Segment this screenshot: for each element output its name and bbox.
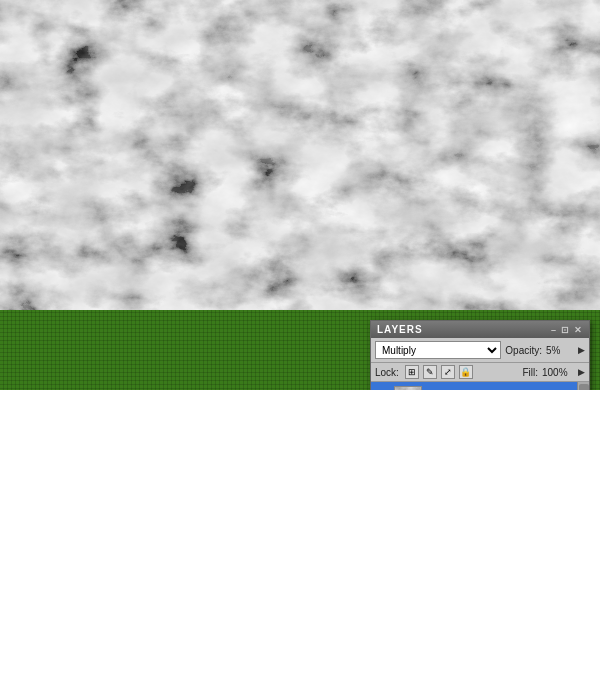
- blend-row: Multiply Normal Screen Overlay Opacity: …: [371, 338, 589, 363]
- opacity-label: Opacity:: [505, 345, 542, 356]
- lock-position-button[interactable]: ✎: [423, 365, 437, 379]
- layers-titlebar: LAYERS – ⊡ ✕: [371, 321, 589, 338]
- opacity-arrow[interactable]: ▶: [578, 345, 585, 355]
- lock-pixels-button[interactable]: ⊞: [405, 365, 419, 379]
- lock-label: Lock:: [375, 367, 399, 378]
- lock-move-button[interactable]: ⤢: [441, 365, 455, 379]
- layer-row-clouds[interactable]: 👁 Clouds: [371, 382, 589, 390]
- layers-list: 👁 Clouds 👁: [371, 382, 589, 390]
- svg-rect-2: [395, 387, 422, 391]
- layers-panel: LAYERS – ⊡ ✕ Multiply Normal Screen Over…: [370, 320, 590, 390]
- close-button[interactable]: ✕: [574, 325, 583, 335]
- minimize-button[interactable]: –: [551, 325, 557, 335]
- canvas-area: LAYERS – ⊡ ✕ Multiply Normal Screen Over…: [0, 0, 600, 390]
- opacity-value[interactable]: 5%: [546, 345, 574, 356]
- maximize-button[interactable]: ⊡: [561, 325, 570, 335]
- clouds-canvas: [0, 0, 600, 310]
- scroll-bar[interactable]: [577, 382, 589, 390]
- layers-title: LAYERS: [377, 324, 423, 335]
- blend-mode-select[interactable]: Multiply Normal Screen Overlay: [375, 341, 501, 359]
- titlebar-controls[interactable]: – ⊡ ✕: [551, 325, 583, 335]
- scroll-thumb[interactable]: [579, 384, 589, 390]
- fill-value[interactable]: 100%: [542, 367, 574, 378]
- fill-label: Fill:: [522, 367, 538, 378]
- lock-all-button[interactable]: 🔒: [459, 365, 473, 379]
- green-canvas: LAYERS – ⊡ ✕ Multiply Normal Screen Over…: [0, 310, 600, 390]
- fill-arrow[interactable]: ▶: [578, 367, 585, 377]
- svg-rect-1: [0, 0, 600, 310]
- thumb-clouds: [394, 386, 422, 391]
- lock-row: Lock: ⊞ ✎ ⤢ 🔒 Fill: 100% ▶: [371, 363, 589, 382]
